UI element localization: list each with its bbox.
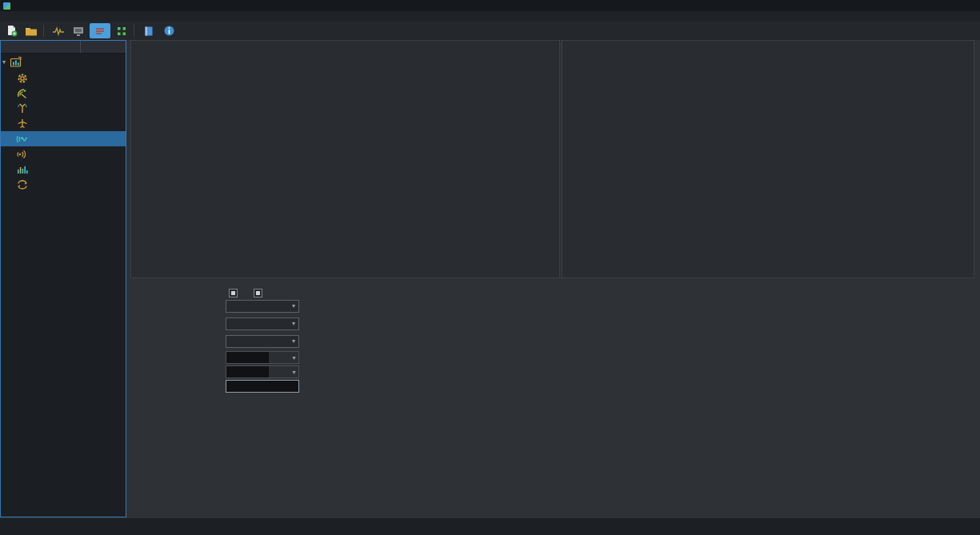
std-dev-row: [128, 379, 299, 393]
main-content: ▾ ▾ ▾ ▾: [128, 40, 980, 518]
grid-dots-button[interactable]: [113, 23, 130, 38]
toolbar-separator: [43, 25, 44, 37]
menu-file[interactable]: [0, 11, 14, 22]
chevron-down-icon: ▾: [289, 320, 298, 327]
bandwidth-unit[interactable]: [269, 366, 290, 377]
collapse-arrow-icon[interactable]: ▾: [2, 58, 10, 66]
menu-bar: [0, 11, 980, 22]
list-view-button[interactable]: [90, 23, 110, 38]
tree-header: [1, 41, 126, 54]
clutter-q-waveform-chart: [562, 40, 974, 278]
scene-chart-icon: [10, 56, 22, 69]
close-button[interactable]: [956, 0, 980, 11]
doppler-shift-field[interactable]: ▾: [226, 351, 299, 364]
bandwidth-value[interactable]: [226, 366, 269, 377]
statistics-checkbox-group[interactable]: [254, 289, 266, 297]
menu-help[interactable]: [58, 11, 72, 22]
noise-bars-icon: [16, 163, 29, 176]
clutter-wave-icon: [16, 133, 29, 146]
sidebar-item-antenna[interactable]: [1, 101, 126, 116]
replay-loop-icon: [16, 178, 29, 191]
doppler-shift-value[interactable]: [226, 352, 269, 363]
minimize-button[interactable]: [908, 0, 932, 11]
clutter-i-waveform-chart: [130, 40, 560, 278]
info-button[interactable]: [160, 23, 178, 38]
project-tree-panel: ▾: [0, 40, 126, 517]
menu-view[interactable]: [43, 11, 58, 22]
jamming-icon: [16, 148, 29, 161]
sidebar-item-transmitter[interactable]: [1, 86, 126, 101]
sidebar-item-instrument-settings[interactable]: [1, 70, 126, 86]
chevron-down-icon[interactable]: ▾: [290, 366, 298, 377]
sidebar-item-target[interactable]: [1, 116, 126, 131]
chevron-down-icon[interactable]: ▾: [290, 352, 298, 363]
tree-column-comment: [81, 41, 87, 53]
chevron-down-icon: ▾: [289, 302, 298, 309]
target-plane-icon: [16, 118, 29, 130]
spectrum-distribution-select[interactable]: ▾: [226, 335, 299, 348]
bandwidth-row: ▾: [128, 365, 299, 378]
spectrum-distribution-row: ▾: [128, 334, 299, 348]
tree-root-scene[interactable]: ▾: [1, 54, 126, 70]
checkbox-row: [229, 286, 278, 300]
doppler-shift-unit[interactable]: [269, 352, 290, 363]
std-dev-input[interactable]: [226, 380, 299, 393]
sidebar-item-replay[interactable]: [1, 177, 126, 192]
menu-scene[interactable]: [29, 11, 43, 22]
display-capture-button[interactable]: [70, 23, 87, 38]
tree-column-project: [1, 41, 81, 53]
grid-dots-icon: [116, 26, 127, 37]
maximize-button[interactable]: [932, 0, 956, 11]
toolbar-separator: [134, 25, 134, 37]
display-capture-icon: [72, 26, 85, 37]
notebook-icon: [143, 26, 154, 37]
transmitter-dish-icon: [16, 87, 29, 100]
waveform-button[interactable]: [50, 23, 67, 38]
bandwidth-field[interactable]: ▾: [226, 365, 299, 378]
app-icon: [3, 2, 10, 10]
statistics-checkbox[interactable]: [254, 289, 262, 297]
new-document-icon: [6, 25, 18, 37]
waveform-icon: [52, 26, 65, 37]
app-window: ▾: [0, 0, 980, 535]
sidebar-item-jamming[interactable]: [1, 146, 126, 162]
sidebar-item-noise[interactable]: [1, 162, 126, 177]
menu-system[interactable]: [14, 11, 29, 22]
antenna-icon: [16, 102, 29, 115]
doppler-shift-row: ▾: [128, 350, 299, 364]
gear-icon: [16, 72, 29, 85]
status-bar: [0, 518, 980, 535]
list-view-icon: [94, 26, 106, 36]
info-icon: [163, 25, 175, 37]
new-document-button[interactable]: [2, 23, 20, 38]
switch-checkbox[interactable]: [229, 289, 238, 297]
notebook-button[interactable]: [140, 23, 158, 38]
title-bar: [0, 0, 980, 11]
amplitude-distribution-row: ▾: [128, 317, 299, 330]
open-folder-icon: [25, 26, 38, 37]
switch-checkbox-group[interactable]: [229, 289, 241, 297]
amplitude-distribution-select[interactable]: ▾: [226, 317, 299, 330]
clutter-type-select[interactable]: ▾: [226, 300, 299, 313]
clutter-type-row: ▾: [128, 299, 299, 313]
open-folder-button[interactable]: [22, 23, 40, 38]
chevron-down-icon: ▾: [289, 337, 298, 345]
toolbar: [0, 22, 980, 40]
sidebar-item-clutter[interactable]: [1, 131, 126, 146]
